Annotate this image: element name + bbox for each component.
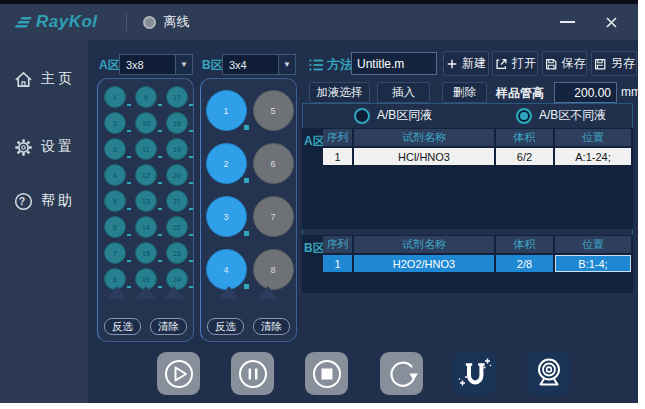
well-tick-mark <box>244 231 249 236</box>
table-a-row[interactable]: 1HCl/HNO36/2A:1-24; <box>323 148 631 165</box>
zone-a-well-22[interactable]: 22 <box>166 216 188 238</box>
tube-height-input[interactable] <box>554 82 617 103</box>
table-b-row[interactable]: 1H2O2/HNO32/8B:1-4; <box>323 255 631 272</box>
zone-a-well-15[interactable]: 15 <box>135 242 157 264</box>
app-window: RayKol 离线 主页 <box>0 0 638 403</box>
triangle-up-icon[interactable] <box>164 286 184 299</box>
table-a-header-cell: 试剂名称 <box>354 129 494 146</box>
zone-a-well-11[interactable]: 11 <box>135 138 157 160</box>
zone-a-well-14[interactable]: 14 <box>135 216 157 238</box>
save-as-method-button[interactable]: 另存 <box>591 51 637 76</box>
zone-b-well-8[interactable]: 8 <box>253 249 294 290</box>
new-method-button[interactable]: 新建 <box>443 51 489 76</box>
zone-b-invert-button[interactable]: 反选 <box>207 318 244 335</box>
table-b-header-cell: 位置 <box>555 236 631 253</box>
zone-a-well-19[interactable]: 19 <box>166 138 188 160</box>
sidebar-item-label: 帮助 <box>41 192 75 210</box>
zone-a-well-1[interactable]: 1 <box>104 86 126 108</box>
method-filename-input[interactable] <box>351 52 437 75</box>
well-cell: 22 <box>162 214 192 240</box>
zone-b-well-2[interactable]: 2 <box>206 143 247 184</box>
table-b-zone-label: B区 <box>304 240 325 257</box>
zone-a-well-13[interactable]: 13 <box>135 190 157 212</box>
table-a-header-cell: 体积 <box>496 129 553 146</box>
add-liquid-button[interactable]: 加液选择 <box>309 82 370 103</box>
zone-a-well-17[interactable]: 17 <box>166 86 188 108</box>
zone-b-well-4[interactable]: 4 <box>206 249 247 290</box>
zone-a-well-9[interactable]: 9 <box>135 86 157 108</box>
well-cell: 4 <box>100 162 130 188</box>
sidebar-item-help[interactable]: ? 帮助 <box>0 186 88 216</box>
triangle-up-icon[interactable] <box>258 286 278 299</box>
zone-a-invert-button[interactable]: 反选 <box>104 318 141 335</box>
table-a-cell[interactable]: 6/2 <box>496 148 553 165</box>
insert-button[interactable]: 插入 <box>377 82 430 103</box>
well-cell: 1 <box>100 84 130 110</box>
rinse-tube-button[interactable] <box>453 352 496 395</box>
triangle-up-icon[interactable] <box>107 286 127 299</box>
zone-a-well-18[interactable]: 18 <box>166 112 188 134</box>
well-cell: 1 <box>203 84 249 137</box>
table-b-cell[interactable]: H2O2/HNO3 <box>354 255 494 272</box>
zone-a-well-5[interactable]: 5 <box>104 190 126 212</box>
table-a-cell[interactable]: 1 <box>323 148 352 165</box>
table-b-cell[interactable]: 2/8 <box>496 255 553 272</box>
zone-a-well-7[interactable]: 7 <box>104 242 126 264</box>
table-b-cell[interactable]: 1 <box>323 255 352 272</box>
zone-b-well-5[interactable]: 5 <box>253 90 294 131</box>
svg-text:?: ? <box>19 195 28 207</box>
sidebar-item-settings[interactable]: 设置 <box>0 132 88 162</box>
open-method-button[interactable]: 打开 <box>492 51 538 76</box>
triangle-up-icon[interactable] <box>219 286 239 299</box>
list-icon <box>309 58 324 72</box>
zone-a-well-21[interactable]: 21 <box>166 190 188 212</box>
run-button[interactable] <box>157 352 200 395</box>
reset-button[interactable] <box>380 352 423 395</box>
pause-button[interactable] <box>231 352 274 395</box>
minimize-icon <box>560 21 575 23</box>
zone-b-well-3[interactable]: 3 <box>206 196 247 237</box>
save-as-icon <box>593 57 607 71</box>
zone-a-well-2[interactable]: 2 <box>104 112 126 134</box>
zone-a-well-6[interactable]: 6 <box>104 216 126 238</box>
stop-button[interactable] <box>305 352 348 395</box>
zone-a-well-4[interactable]: 4 <box>104 164 126 186</box>
zone-b-well-1[interactable]: 1 <box>206 90 247 131</box>
save-as-button-label: 另存 <box>611 55 635 72</box>
well-cell: 12 <box>131 162 161 188</box>
zone-a-well-20[interactable]: 20 <box>166 164 188 186</box>
radio-different-liquid[interactable]: A/B区不同液 <box>516 107 606 124</box>
zone-a-well-23[interactable]: 23 <box>166 242 188 264</box>
zone-a-clear-button[interactable]: 清除 <box>150 318 187 335</box>
well-cell: 9 <box>131 84 161 110</box>
chevron-down-icon: ▼ <box>278 55 295 74</box>
well-cell: 6 <box>100 214 130 240</box>
zone-b-column-arrows <box>201 286 296 299</box>
zone-b-well-6[interactable]: 6 <box>253 143 294 184</box>
minimize-button[interactable] <box>554 11 580 33</box>
zone-b-clear-button[interactable]: 清除 <box>253 318 290 335</box>
sidebar-item-home[interactable]: 主页 <box>0 64 88 94</box>
radio-same-liquid[interactable]: A/B区同液 <box>354 107 432 124</box>
zone-b-well-7[interactable]: 7 <box>253 196 294 237</box>
zone-b-size-value: 3x4 <box>229 59 247 71</box>
table-a-cell[interactable]: HCl/HNO3 <box>354 148 494 165</box>
zone-a-well-3[interactable]: 3 <box>104 138 126 160</box>
close-button[interactable] <box>598 11 624 33</box>
zone-b-size-select[interactable]: 3x4 ▼ <box>222 54 296 75</box>
help-icon: ? <box>13 191 34 212</box>
save-method-button[interactable]: 保存 <box>542 51 587 76</box>
table-a-cell[interactable]: A:1-24; <box>555 148 631 165</box>
zone-a-size-select[interactable]: 3x8 ▼ <box>119 54 193 75</box>
delete-button[interactable]: 删除 <box>442 82 487 103</box>
well-cell: 5 <box>100 188 130 214</box>
triangle-up-icon[interactable] <box>136 286 156 299</box>
zone-b-panel: 12345678 反选 清除 <box>200 78 297 342</box>
camera-button[interactable] <box>527 352 570 395</box>
table-a-header-cell: 位置 <box>555 129 631 146</box>
zone-a-well-12[interactable]: 12 <box>135 164 157 186</box>
zone-a-well-10[interactable]: 10 <box>135 112 157 134</box>
table-b-cell[interactable]: B:1-4; <box>555 255 631 272</box>
zone-a-size-value: 3x8 <box>126 59 144 71</box>
well-tick-mark <box>189 260 193 262</box>
